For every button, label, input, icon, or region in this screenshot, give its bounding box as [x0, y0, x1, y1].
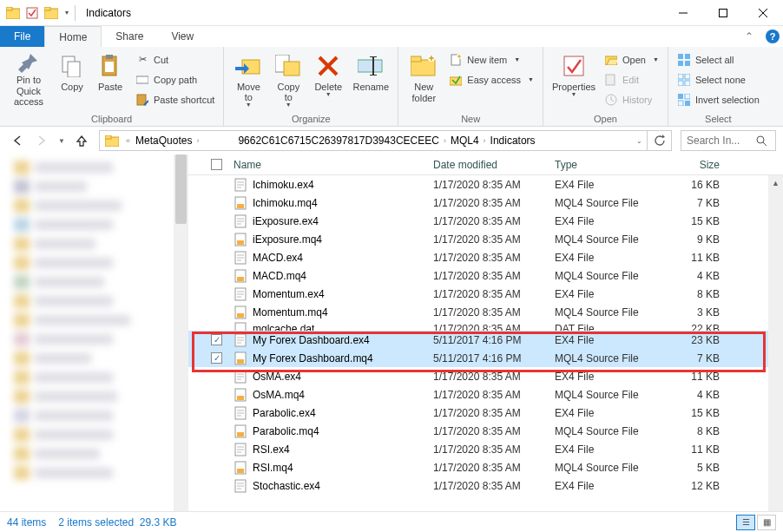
- select-all-checkbox[interactable]: [211, 159, 234, 170]
- chevron-right-icon[interactable]: ›: [194, 136, 201, 145]
- copy-path-button[interactable]: Copy path: [132, 70, 218, 89]
- rename-button[interactable]: Rename: [349, 50, 392, 108]
- file-row[interactable]: mqlcache.dat1/17/2020 8:35 AMDAT File22 …: [188, 321, 783, 331]
- file-row[interactable]: My Forex Dashboard.ex45/11/2017 4:16 PME…: [188, 331, 783, 349]
- file-type: EX4 File: [555, 252, 668, 264]
- copy-to-button[interactable]: Copy to ▼: [269, 50, 307, 108]
- new-folder-button[interactable]: New folder: [404, 50, 444, 108]
- collapse-ribbon-button[interactable]: ⌃: [736, 26, 762, 47]
- tab-file[interactable]: File: [0, 26, 44, 47]
- svg-rect-24: [411, 56, 421, 62]
- row-checkbox[interactable]: [211, 334, 234, 345]
- chevron-right-icon[interactable]: ›: [481, 136, 489, 145]
- file-row[interactable]: iExposure.ex41/17/2020 8:35 AMEX4 File15…: [188, 212, 783, 230]
- tab-home[interactable]: Home: [44, 26, 102, 47]
- file-name: MACD.ex4: [253, 252, 303, 264]
- search-box[interactable]: [681, 130, 776, 151]
- help-button[interactable]: ?: [762, 26, 783, 47]
- file-name: Momentum.mq4: [253, 306, 328, 319]
- open-button[interactable]: Open▼: [601, 50, 662, 69]
- paste-button[interactable]: Paste: [92, 50, 128, 108]
- thumbnails-view-button[interactable]: ▦: [757, 515, 776, 530]
- file-row[interactable]: Parabolic.ex41/17/2020 8:35 AMEX4 File15…: [188, 404, 783, 422]
- close-button[interactable]: [743, 0, 783, 26]
- address-dropdown-button[interactable]: ⌄: [631, 131, 647, 150]
- cut-button[interactable]: ✂Cut: [132, 50, 218, 69]
- properties-qat-icon[interactable]: [24, 5, 40, 21]
- breadcrumb-seg3[interactable]: Indicators: [489, 131, 537, 150]
- file-type: EX4 File: [555, 407, 668, 419]
- minimize-button[interactable]: [663, 0, 703, 26]
- recent-locations-button[interactable]: ▼: [56, 130, 68, 151]
- file-list[interactable]: Ichimoku.ex41/17/2020 8:35 AMEX4 File16 …: [188, 175, 783, 511]
- paste-shortcut-button[interactable]: Paste shortcut: [132, 90, 218, 108]
- file-row[interactable]: Momentum.ex41/17/2020 8:35 AMEX4 File8 K…: [188, 285, 783, 303]
- delete-button[interactable]: Delete ▼: [309, 50, 347, 108]
- search-icon[interactable]: [751, 135, 772, 147]
- column-header-size[interactable]: Size: [668, 159, 732, 171]
- file-row[interactable]: RSI.mq41/17/2020 8:35 AMMQL4 Source File…: [188, 458, 783, 476]
- file-row[interactable]: My Forex Dashboard.mq45/11/2017 4:16 PMM…: [188, 349, 783, 367]
- file-row[interactable]: Stochastic.ex41/17/2020 8:35 AMEX4 File1…: [188, 476, 783, 495]
- file-size: 9 KB: [668, 233, 732, 246]
- svg-rect-64: [237, 359, 244, 364]
- breadcrumb-seg2[interactable]: MQL4: [449, 131, 481, 150]
- file-row[interactable]: MACD.mq41/17/2020 8:35 AMMQL4 Source Fil…: [188, 266, 783, 285]
- edit-button[interactable]: Edit: [601, 70, 662, 89]
- properties-button[interactable]: Properties ▼: [549, 50, 599, 108]
- file-name: OsMA.mq4: [253, 389, 305, 401]
- row-checkbox[interactable]: [211, 352, 234, 364]
- file-name: Ichimoku.ex4: [253, 179, 314, 191]
- file-row[interactable]: Parabolic.mq41/17/2020 8:35 AMMQL4 Sourc…: [188, 422, 783, 440]
- column-header-date[interactable]: Date modified: [433, 159, 555, 171]
- tab-share[interactable]: Share: [102, 26, 157, 47]
- chevron-right-icon[interactable]: ›: [441, 136, 449, 145]
- select-all-button[interactable]: Select all: [674, 50, 763, 69]
- address-bar[interactable]: « MetaQuotes › 9662C61C6715C26397817D394…: [99, 130, 672, 151]
- back-button[interactable]: [7, 130, 28, 151]
- file-row[interactable]: OsMA.mq41/17/2020 8:35 AMMQL4 Source Fil…: [188, 385, 783, 404]
- copy-path-icon: [135, 73, 149, 87]
- maximize-button[interactable]: [703, 0, 743, 26]
- copy-button[interactable]: Copy: [54, 50, 90, 108]
- file-row[interactable]: RSI.ex41/17/2020 8:35 AMEX4 File11 KB: [188, 440, 783, 458]
- file-row[interactable]: Ichimoku.ex41/17/2020 8:35 AMEX4 File16 …: [188, 175, 783, 194]
- navigation-pane[interactable]: [0, 154, 174, 511]
- file-row[interactable]: iExposure.mq41/17/2020 8:35 AMMQL4 Sourc…: [188, 230, 783, 248]
- file-row[interactable]: MACD.ex41/17/2020 8:35 AMEX4 File11 KB: [188, 248, 783, 266]
- easy-access-button[interactable]: Easy access▼: [445, 70, 537, 89]
- file-date: 1/17/2020 8:35 AM: [433, 462, 555, 474]
- filelist-scrollbar[interactable]: ▲: [768, 175, 783, 511]
- file-row[interactable]: Ichimoku.mq41/17/2020 8:35 AMMQL4 Source…: [188, 194, 783, 212]
- breadcrumb-root[interactable]: MetaQuotes: [134, 131, 194, 150]
- search-input[interactable]: [681, 135, 751, 147]
- file-row[interactable]: Momentum.mq41/17/2020 8:35 AMMQL4 Source…: [188, 303, 783, 321]
- scissors-icon: ✂: [135, 53, 149, 67]
- select-none-button[interactable]: Select none: [674, 70, 763, 89]
- file-name: mqlcache.dat: [253, 323, 314, 332]
- refresh-button[interactable]: [647, 131, 671, 150]
- breadcrumb-seg1[interactable]: 9662C61C6715C26397817D3943CECEEC: [236, 131, 441, 150]
- file-row[interactable]: OsMA.ex41/17/2020 8:35 AMEX4 File11 KB: [188, 367, 783, 385]
- move-to-button[interactable]: Move to ▼: [229, 50, 267, 108]
- file-type: MQL4 Source File: [555, 425, 668, 437]
- file-size: 4 KB: [668, 389, 732, 401]
- breadcrumb-leading-chevron[interactable]: «: [124, 136, 134, 145]
- new-folder-qat-icon[interactable]: [43, 5, 59, 21]
- forward-button[interactable]: [31, 130, 52, 151]
- file-type: MQL4 Source File: [555, 352, 668, 365]
- up-button[interactable]: [71, 130, 92, 151]
- qat-dropdown-icon[interactable]: ▾: [63, 5, 71, 21]
- pin-to-quick-access-button[interactable]: Pin to Quick access: [5, 50, 52, 108]
- new-item-button[interactable]: New item▼: [445, 50, 537, 69]
- column-header-type[interactable]: Type: [555, 159, 668, 171]
- column-header-name[interactable]: Name: [234, 159, 433, 171]
- history-button[interactable]: History: [601, 90, 662, 108]
- clipboard-group-label: Clipboard: [5, 114, 218, 124]
- new-folder-icon: [410, 52, 438, 80]
- tab-view[interactable]: View: [157, 26, 207, 47]
- svg-rect-70: [237, 432, 244, 437]
- details-view-button[interactable]: ☰: [736, 515, 755, 530]
- invert-selection-button[interactable]: Invert selection: [674, 90, 763, 108]
- navpane-scrollbar[interactable]: [174, 154, 188, 511]
